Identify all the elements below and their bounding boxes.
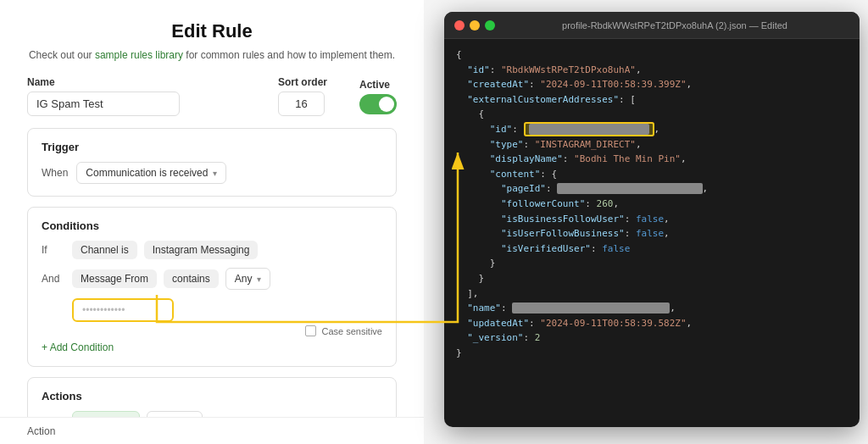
name-label: Name — [27, 76, 264, 88]
json-line: "externalCustomerAddresses": [ — [456, 92, 848, 108]
json-line: "followerCount": 260, — [456, 197, 848, 212]
json-line: "content": { — [456, 167, 848, 182]
json-line: } — [456, 256, 848, 271]
active-label: Active — [359, 79, 397, 91]
when-select[interactable]: Communication is received ▾ — [76, 162, 226, 184]
editor-titlebar: profile-RbdkWWstRPeT2tDPxo8uhA (2).json … — [444, 12, 860, 39]
json-line: "isUserFollowBusiness": false, — [456, 226, 848, 241]
json-line: { — [456, 47, 848, 63]
json-line: "_version": 2 — [456, 330, 848, 346]
minimize-button[interactable] — [470, 20, 480, 31]
editor-filename: profile-RbdkWWstRPeT2tDPxo8uhA (2).json … — [500, 20, 849, 31]
actions-title: Actions — [42, 390, 382, 402]
subtitle: Check out our sample rules library for c… — [27, 49, 397, 61]
case-sensitive-checkbox[interactable] — [305, 325, 316, 336]
message-from-chip: Message From — [72, 269, 157, 288]
json-line: "name": , — [456, 301, 848, 316]
any-select[interactable]: Any ▾ — [225, 268, 271, 290]
chevron-down-icon: ▾ — [257, 275, 261, 284]
edit-rule-panel: Edit Rule Check out our sample rules lib… — [0, 0, 424, 444]
maximize-button[interactable] — [485, 20, 495, 31]
json-line: "id": "RbdkWWstRPeT2tDPxo8uhA", — [456, 63, 848, 78]
when-label: When — [42, 167, 68, 179]
contains-chip: contains — [164, 269, 219, 288]
trigger-section: Trigger When Communication is received ▾ — [27, 128, 397, 197]
sort-label: Sort order — [278, 76, 346, 88]
and-label: And — [42, 273, 65, 285]
json-line: "createdAt": "2024-09-11T00:58:39.399Z", — [456, 77, 848, 92]
close-button[interactable] — [454, 20, 465, 31]
conditions-title: Conditions — [42, 219, 382, 232]
sample-rules-link[interactable]: sample rules library — [95, 49, 183, 61]
add-condition-link[interactable]: + Add Condition — [42, 341, 114, 353]
bottom-bar: Action — [0, 417, 424, 444]
json-line: "isBusinessFollowUser": false, — [456, 212, 848, 227]
json-line: ], — [456, 286, 848, 302]
conditions-section: Conditions If Channel is Instagram Messa… — [27, 207, 397, 367]
instagram-chip: Instagram Messaging — [144, 241, 259, 259]
json-line: "type": "INSTAGRAM_DIRECT", — [456, 137, 848, 153]
json-line: "pageId": , — [456, 181, 848, 197]
editor-content[interactable]: { "id": "RbdkWWstRPeT2tDPxo8uhA", "creat… — [444, 39, 860, 427]
json-line-highlighted: "id": , — [456, 122, 848, 137]
case-sensitive-label: Case sensitive — [321, 326, 382, 336]
action-label: Action — [27, 425, 55, 437]
name-input[interactable] — [27, 92, 180, 116]
channel-chip: Channel is — [72, 241, 137, 259]
json-line: "isVerifiedUser": false — [456, 241, 848, 257]
chevron-down-icon: ▾ — [213, 169, 217, 178]
json-line: } — [456, 346, 848, 361]
if-label: If — [42, 244, 65, 256]
json-line: { — [456, 107, 848, 122]
json-line: "displayName": "Bodhi The Min Pin", — [456, 152, 848, 167]
trigger-title: Trigger — [42, 141, 382, 153]
page-title: Edit Rule — [27, 20, 397, 42]
json-line: "updatedAt": "2024-09-11T00:58:39.582Z", — [456, 316, 848, 331]
active-toggle[interactable] — [359, 94, 397, 114]
condition-value-input[interactable] — [72, 298, 174, 322]
json-line: } — [456, 271, 848, 286]
json-editor: profile-RbdkWWstRPeT2tDPxo8uhA (2).json … — [444, 12, 860, 427]
sort-input[interactable] — [278, 92, 325, 116]
